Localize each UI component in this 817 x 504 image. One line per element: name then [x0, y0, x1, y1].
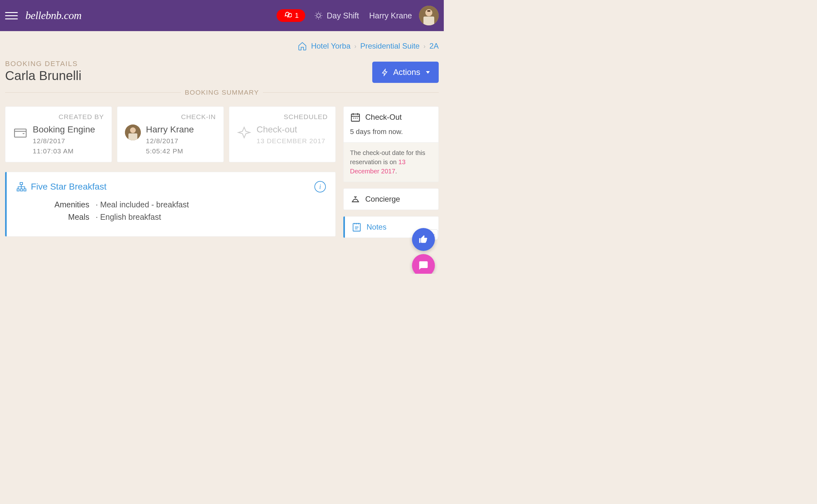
sun-icon [314, 11, 323, 20]
svg-rect-4 [427, 10, 430, 12]
card-time: 5:05:42 PM [146, 147, 194, 155]
thumbs-up-icon [418, 234, 429, 245]
card-check-in: CHECK-IN Harry Krane 12/8/2017 5:05:42 P… [117, 106, 224, 162]
browser-icon [13, 126, 28, 140]
svg-rect-11 [20, 189, 23, 191]
svg-rect-12 [24, 189, 26, 191]
shift-label: Day Shift [327, 11, 359, 20]
card-created-by: CREATED BY Booking Engine 12/8/2017 11:0… [5, 106, 112, 162]
card-time: 11:07:03 AM [33, 147, 95, 155]
card-label: SCHEDULED [237, 113, 328, 121]
amenities-label: Amenities [42, 200, 89, 209]
checkout-panel: Check-Out 5 days from now. The check-out… [343, 106, 439, 182]
lightning-icon [381, 69, 389, 76]
card-label: CHECK-IN [125, 113, 216, 121]
breadcrumb-hotel[interactable]: Hotel Yorba [311, 42, 350, 50]
notification-badge[interactable]: 1 [277, 9, 305, 22]
concierge-panel[interactable]: Concierge [343, 188, 439, 210]
menu-button[interactable] [5, 9, 18, 22]
card-title: Booking Engine [33, 124, 95, 135]
home-icon[interactable] [298, 41, 307, 51]
section-divider: BOOKING SUMMARY [0, 89, 444, 96]
info-icon[interactable]: i [314, 181, 326, 192]
checkout-subtitle: 5 days from now. [344, 128, 438, 142]
svg-rect-9 [20, 183, 23, 185]
card-date: 12/8/2017 [33, 137, 95, 145]
page-label: BOOKING DETAILS [5, 60, 81, 68]
user-avatar[interactable] [419, 6, 439, 25]
actions-button[interactable]: Actions [372, 62, 439, 83]
svg-point-0 [317, 14, 321, 17]
card-title: Harry Krane [146, 124, 194, 135]
divider-label: BOOKING SUMMARY [181, 89, 263, 96]
calendar-icon [350, 112, 361, 123]
shift-indicator[interactable]: Day Shift [314, 11, 359, 20]
notes-icon [351, 222, 362, 232]
staff-avatar [125, 124, 141, 140]
card-date: 13 DECEMBER 2017 [257, 137, 326, 145]
breadcrumb-sep: › [355, 43, 357, 50]
notification-count: 1 [295, 11, 299, 20]
speech-icon [418, 260, 429, 271]
package-panel: Five Star Breakfast i Amenities · Meal i… [5, 172, 336, 237]
page-title: Carla Brunelli [5, 69, 81, 83]
svg-rect-13 [351, 114, 360, 121]
breadcrumb-room[interactable]: 2A [429, 42, 439, 50]
checkout-title: Check-Out [365, 113, 402, 122]
chat-icon [283, 11, 292, 20]
actions-label: Actions [393, 67, 420, 77]
svg-rect-3 [423, 17, 434, 25]
logo[interactable]: bellebnb.com [25, 10, 81, 22]
chat-fab[interactable] [412, 254, 435, 274]
concierge-title: Concierge [365, 195, 400, 204]
app-header: bellebnb.com 1 Day Shift Harry Krane [0, 0, 444, 31]
package-name: Five Star Breakfast [31, 182, 106, 192]
svg-rect-10 [17, 189, 19, 191]
breadcrumb-suite[interactable]: Presidential Suite [360, 42, 420, 50]
svg-rect-8 [128, 133, 137, 140]
card-scheduled: SCHEDULED Check-out 13 DECEMBER 2017 [229, 106, 336, 162]
meals-value: · English breakfast [96, 212, 161, 222]
current-user-name[interactable]: Harry Krane [369, 11, 412, 20]
notes-title: Notes [367, 223, 387, 232]
meals-label: Meals [42, 212, 89, 222]
card-date: 12/8/2017 [146, 137, 194, 145]
checkout-note: The check-out date for this reservation … [344, 142, 438, 182]
svg-rect-5 [15, 129, 26, 137]
hierarchy-icon [16, 182, 26, 192]
card-label: CREATED BY [13, 113, 104, 121]
breadcrumb-sep: › [423, 43, 426, 50]
breadcrumb: Hotel Yorba › Presidential Suite › 2A [0, 31, 444, 56]
feedback-fab[interactable] [412, 228, 435, 251]
plane-icon [237, 126, 252, 140]
title-row: BOOKING DETAILS Carla Brunelli Actions [0, 56, 444, 83]
caret-down-icon [426, 71, 430, 74]
package-link[interactable]: Five Star Breakfast i [16, 181, 326, 192]
amenities-value: · Meal included - breakfast [96, 200, 189, 209]
svg-point-7 [130, 127, 136, 133]
card-title: Check-out [257, 124, 326, 135]
bell-icon [350, 194, 361, 205]
